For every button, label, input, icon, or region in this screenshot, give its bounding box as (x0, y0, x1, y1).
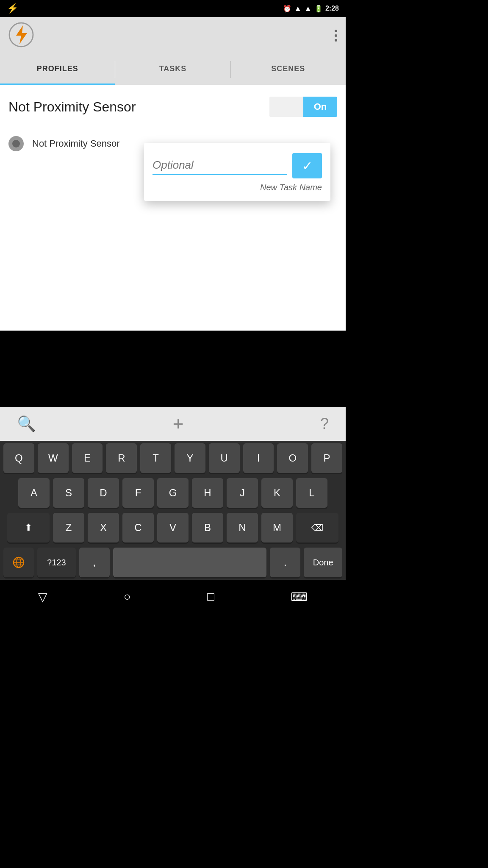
keyboard: Q W E R T Y U I O P A S D F G H J K L ⬆ … (0, 441, 346, 580)
key-d[interactable]: D (88, 478, 119, 508)
popup-new-task-label: New Task Name (152, 183, 322, 192)
key-b[interactable]: B (192, 513, 223, 542)
key-l[interactable]: L (296, 478, 327, 508)
key-g[interactable]: G (157, 478, 189, 508)
tab-profiles[interactable]: PROFILES (0, 54, 115, 85)
key-comma[interactable]: , (79, 548, 110, 577)
keyboard-toggle-button[interactable]: ⌨ (291, 590, 308, 604)
search-button[interactable]: 🔍 (17, 415, 36, 433)
alarm-icon: ⏰ (283, 5, 291, 13)
key-w[interactable]: W (38, 443, 69, 473)
tab-tasks[interactable]: TASKS (115, 54, 230, 85)
key-p[interactable]: P (311, 443, 342, 473)
key-n[interactable]: N (227, 513, 258, 542)
task-name-popup: ✓ New Task Name (144, 143, 330, 201)
home-button[interactable]: ○ (124, 590, 131, 604)
task-name-input[interactable] (152, 157, 287, 175)
key-o[interactable]: O (277, 443, 308, 473)
checkmark-icon: ✓ (302, 159, 313, 173)
wifi-icon: ▲ (294, 4, 302, 13)
add-button[interactable]: + (173, 413, 184, 434)
toggle-off-area (269, 97, 303, 117)
app-bar (0, 17, 346, 54)
key-f[interactable]: F (122, 478, 154, 508)
key-e[interactable]: E (72, 443, 103, 473)
key-shift[interactable]: ⬆ (7, 513, 50, 542)
menu-dots-button[interactable] (335, 30, 337, 42)
key-j[interactable]: J (227, 478, 258, 508)
status-bar: ⚡ ⏰ ▲ ▲ 🔋 2:28 (0, 0, 346, 17)
key-i[interactable]: I (243, 443, 274, 473)
key-c[interactable]: C (122, 513, 154, 542)
nav-bar: ▽ ○ □ ⌨ (0, 580, 346, 614)
status-left: ⚡ (7, 3, 18, 14)
key-m[interactable]: M (261, 513, 293, 542)
key-period[interactable]: . (270, 548, 300, 577)
svg-marker-1 (16, 25, 27, 44)
key-h[interactable]: H (192, 478, 223, 508)
key-num-switch[interactable]: ?123 (37, 548, 76, 577)
popup-input-wrapper (152, 157, 287, 175)
battery-icon: 🔋 (314, 5, 323, 13)
help-button[interactable]: ? (320, 415, 329, 433)
time-display: 2:28 (325, 5, 339, 12)
profile-item-row[interactable]: Not Proximity Sensor ✓ New Task Name (0, 129, 346, 158)
keyboard-row-3: ⬆ Z X C V B N M ⌫ (0, 510, 346, 545)
key-u[interactable]: U (209, 443, 240, 473)
status-right: ⏰ ▲ ▲ 🔋 2:28 (283, 4, 339, 13)
profile-header: Not Proximity Sensor On (0, 85, 346, 129)
key-s[interactable]: S (53, 478, 84, 508)
app-logo (8, 22, 34, 49)
key-v[interactable]: V (157, 513, 189, 542)
keyboard-row-4: ?123 , . Done (0, 545, 346, 580)
key-space[interactable] (113, 548, 267, 577)
key-z[interactable]: Z (53, 513, 84, 542)
key-y[interactable]: Y (175, 443, 205, 473)
lightning-status-icon: ⚡ (7, 3, 18, 14)
tab-scenes[interactable]: SCENES (231, 54, 346, 85)
key-done[interactable]: Done (304, 548, 342, 577)
on-toggle[interactable]: On (269, 97, 337, 117)
key-a[interactable]: A (18, 478, 50, 508)
popup-input-row: ✓ (152, 153, 322, 178)
signal-icon: ▲ (304, 4, 312, 13)
key-globe[interactable] (3, 548, 34, 577)
keyboard-row-2: A S D F G H J K L (0, 476, 346, 510)
key-q[interactable]: Q (3, 443, 34, 473)
profile-item-icon (8, 136, 24, 151)
profile-title: Not Proximity Sensor (8, 99, 136, 115)
popup-confirm-button[interactable]: ✓ (292, 153, 322, 178)
toggle-on-area: On (303, 97, 337, 117)
profile-item-label: Not Proximity Sensor (32, 138, 120, 149)
keyboard-row-1: Q W E R T Y U I O P (0, 441, 346, 476)
key-backspace[interactable]: ⌫ (296, 513, 338, 542)
key-r[interactable]: R (106, 443, 137, 473)
tab-bar: PROFILES TASKS SCENES (0, 54, 346, 85)
key-x[interactable]: X (88, 513, 119, 542)
recent-button[interactable]: □ (207, 590, 214, 604)
back-button[interactable]: ▽ (38, 590, 47, 604)
bottom-toolbar: 🔍 + ? (0, 407, 346, 441)
key-k[interactable]: K (261, 478, 293, 508)
main-content: Not Proximity Sensor On Not Proximity Se… (0, 85, 346, 331)
key-t[interactable]: T (140, 443, 171, 473)
